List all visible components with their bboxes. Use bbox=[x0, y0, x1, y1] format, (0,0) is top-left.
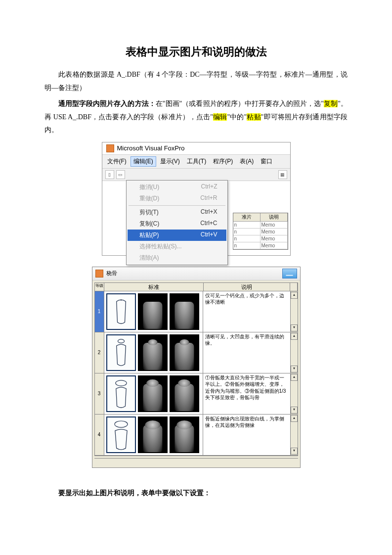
scroll-up-icon[interactable]: ▴ bbox=[291, 374, 298, 381]
xray-thumb-icon bbox=[138, 334, 168, 371]
edit-undo[interactable]: 撤消(U) Ctrl+Z bbox=[128, 182, 226, 193]
svg-point-1 bbox=[118, 339, 124, 343]
xray-thumb-icon bbox=[138, 293, 168, 330]
grid-row[interactable]: 清晰可见，大凹盘形，有平滑连续的缘。 ▴▾ bbox=[104, 332, 298, 373]
tool-new-icon[interactable]: ▯ bbox=[105, 170, 114, 179]
foxpro-titlebar: Microsoft Visual FoxPro bbox=[102, 142, 290, 154]
cell-scrollbar[interactable]: ▴▾ bbox=[291, 373, 298, 414]
method-paragraph: 通用型字段内照片存入的方法：在"图画"（或看照片的程序）中打开要存入的照片，选"… bbox=[44, 97, 348, 137]
grid-column-headers: 标准 说明 bbox=[104, 283, 298, 291]
highlight-edit: 编辑 bbox=[213, 113, 227, 121]
cell-scrollbar[interactable]: ▴▾ bbox=[291, 415, 298, 455]
highlight-paste: 粘贴 bbox=[247, 113, 261, 121]
cell-desc: 骨骺近侧缘内出现致密白线，为掌侧缘，在其远侧为背侧缘 bbox=[203, 415, 291, 455]
cell-desc: 仅可见一个钙化点，或少为多个，边缘不清晰 bbox=[203, 291, 291, 332]
xray-thumb-icon bbox=[170, 334, 199, 371]
menu-table[interactable]: 表(A) bbox=[237, 156, 257, 167]
cell-images bbox=[104, 291, 203, 332]
table-row[interactable]: nMemo bbox=[233, 222, 288, 229]
horizontal-scrollbar[interactable] bbox=[94, 458, 298, 465]
table-row[interactable]: nMemo bbox=[233, 229, 288, 235]
edit-cut-label: 剪切(T) bbox=[139, 208, 159, 217]
cell-scrollbar[interactable]: ▴▾ bbox=[291, 291, 298, 332]
grid-row[interactable]: 骨骺近侧缘内出现致密白线，为掌侧缘，在其远侧为背侧缘 ▴▾ bbox=[104, 415, 298, 456]
highlight-copy: 复制 bbox=[324, 100, 338, 107]
cell-images bbox=[104, 373, 203, 414]
xray-thumb-icon bbox=[138, 416, 168, 453]
edit-redo[interactable]: 重做(D) Ctrl+R bbox=[128, 193, 226, 204]
menu-view[interactable]: 显示(V) bbox=[157, 156, 183, 167]
bone-window-title: 桡骨 bbox=[106, 270, 117, 277]
cell-images bbox=[104, 415, 203, 455]
bone-grid: 等级 1 2 3 4 标准 说明 bbox=[94, 282, 298, 456]
bone-window-titlebar: 桡骨 — bbox=[92, 267, 300, 280]
bone-sketch-icon bbox=[106, 293, 136, 330]
edit-clear[interactable]: 清除(A) bbox=[128, 252, 226, 264]
scroll-down-icon[interactable]: ▾ bbox=[291, 407, 298, 414]
svg-point-0 bbox=[120, 300, 121, 301]
col-standard[interactable]: 准片 bbox=[233, 213, 261, 222]
table-row[interactable]: nMemo bbox=[233, 242, 288, 249]
foxpro-toolbar: ▯ ▭ ▦ 撤消(U) Ctrl+Z 重做(D) Ctrl+R 剪切(T) Ct… bbox=[102, 169, 290, 181]
scroll-down-icon[interactable]: ▾ bbox=[291, 448, 298, 455]
edit-paste-special-label: 选择性粘贴(S)... bbox=[139, 242, 182, 251]
svg-point-2 bbox=[115, 380, 126, 386]
xray-thumb-icon bbox=[170, 293, 199, 330]
grid-row[interactable]: ①骨骺最大直径为骨干宽的一半或一半以上。②骨骺外侧端增大、变厚，近骨内为鸟嘴形。… bbox=[104, 373, 298, 415]
grid-row[interactable]: 仅可见一个钙化点，或少为多个，边缘不清晰 ▴▾ bbox=[104, 291, 298, 332]
cell-images bbox=[104, 332, 203, 373]
edit-redo-label: 重做(D) bbox=[139, 194, 160, 203]
menu-program[interactable]: 程序(P) bbox=[210, 156, 236, 167]
grid-left-head: 等级 bbox=[95, 283, 104, 291]
scroll-up-icon[interactable]: ▴ bbox=[291, 415, 298, 422]
cell-scrollbar[interactable]: ▴▾ bbox=[291, 332, 298, 373]
minimize-button[interactable]: — bbox=[282, 269, 297, 278]
edit-redo-accel: Ctrl+R bbox=[200, 194, 217, 203]
scroll-up-icon[interactable]: ▴ bbox=[291, 292, 298, 299]
col-header-desc[interactable]: 说明 bbox=[204, 283, 290, 291]
scroll-down-icon[interactable]: ▾ bbox=[291, 324, 298, 331]
cell-desc: ①骨骺最大直径为骨干宽的一半或一半以上。②骨骺外侧端增大、变厚，近骨内为鸟嘴形。… bbox=[203, 373, 291, 414]
foxpro-icon bbox=[95, 270, 103, 278]
table-row[interactable]: nMemo bbox=[233, 235, 288, 242]
scrollbar-head bbox=[290, 283, 298, 291]
col-desc[interactable]: 说明 bbox=[261, 213, 288, 222]
row-header-3[interactable]: 3 bbox=[95, 373, 104, 415]
menu-tools[interactable]: 工具(T) bbox=[184, 156, 209, 167]
edit-copy[interactable]: 复制(C) Ctrl+C bbox=[128, 218, 226, 230]
grid-row-headers: 等级 1 2 3 4 bbox=[95, 283, 104, 456]
footer-paragraph: 要显示出如上图片和说明，表单中要做以下设置： bbox=[44, 487, 348, 500]
edit-paste-special[interactable]: 选择性粘贴(S)... bbox=[128, 241, 226, 252]
svg-point-3 bbox=[114, 421, 127, 427]
intro-paragraph: 此表格的数据源是 A_.DBF（有 4 个字段：DC—字符型，等级—字符型，标准… bbox=[44, 68, 348, 94]
edit-dropdown: 撤消(U) Ctrl+Z 重做(D) Ctrl+R 剪切(T) Ctrl+X 复… bbox=[126, 180, 228, 265]
edit-cut[interactable]: 剪切(T) Ctrl+X bbox=[128, 207, 226, 218]
foxpro-title: Microsoft Visual FoxPro bbox=[117, 144, 185, 152]
menu-file[interactable]: 文件(F) bbox=[104, 156, 130, 167]
cell-desc: 清晰可见，大凹盘形，有平滑连续的缘。 bbox=[203, 332, 291, 373]
bone-sketch-icon bbox=[106, 334, 136, 371]
tool-grid-icon[interactable]: ▦ bbox=[278, 170, 287, 179]
xray-thumb-icon bbox=[170, 416, 199, 453]
edit-copy-label: 复制(C) bbox=[139, 220, 160, 228]
scroll-down-icon[interactable]: ▾ bbox=[291, 366, 298, 372]
bone-window: 桡骨 — 等级 1 2 3 4 标准 说明 bbox=[92, 267, 301, 468]
tool-open-icon[interactable]: ▭ bbox=[116, 170, 125, 179]
edit-copy-accel: Ctrl+C bbox=[200, 220, 217, 228]
row-header-2[interactable]: 2 bbox=[95, 332, 104, 373]
row-header-1[interactable]: 1 bbox=[95, 291, 104, 332]
edit-paste[interactable]: 粘贴(P) Ctrl+V bbox=[128, 230, 226, 241]
method-lead: 通用型字段内照片存入的方法： bbox=[58, 100, 156, 107]
row-header-4[interactable]: 4 bbox=[95, 415, 104, 456]
menu-edit[interactable]: 编辑(E) bbox=[131, 156, 156, 167]
xray-thumb-icon bbox=[138, 375, 168, 412]
edit-clear-label: 清除(A) bbox=[139, 254, 159, 262]
col-header-standard[interactable]: 标准 bbox=[104, 283, 204, 291]
edit-paste-label: 粘贴(P) bbox=[139, 231, 159, 239]
method-seg3: "中的" bbox=[227, 113, 247, 121]
method-seg1: 在"图画"（或看照片的程序）中打开要存入的照片，选" bbox=[156, 100, 324, 107]
dropdown-separator bbox=[129, 205, 225, 206]
scroll-up-icon[interactable]: ▴ bbox=[291, 333, 298, 340]
menu-window[interactable]: 窗口 bbox=[258, 156, 275, 167]
bone-sketch-icon bbox=[106, 375, 136, 412]
